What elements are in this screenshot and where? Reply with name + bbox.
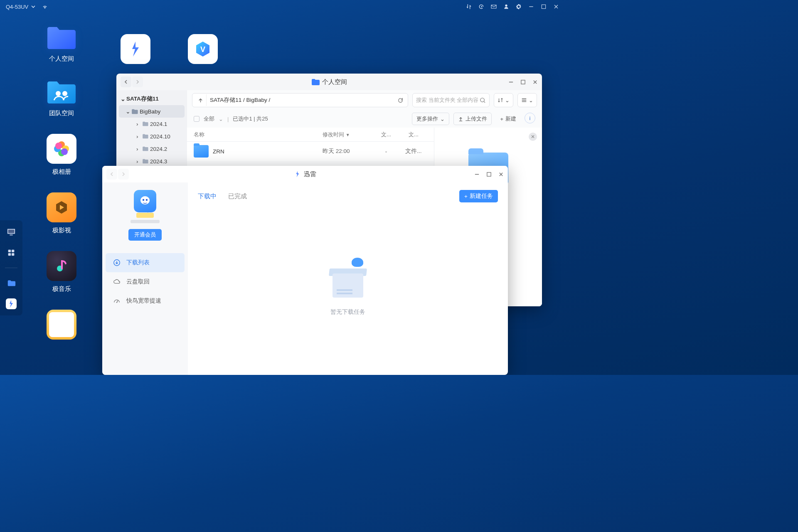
search-input[interactable]: 搜索 当前文件夹 全部内容 [412,93,490,107]
svg-point-2 [62,91,67,96]
empty-state: 暂无下载任务 [198,202,498,367]
svg-rect-15 [521,80,525,84]
close-icon[interactable] [553,3,559,10]
all-label[interactable]: 全部 [204,115,214,123]
col-name[interactable]: 名称 [194,131,323,138]
xl-username [131,220,160,223]
close-icon[interactable] [498,172,504,177]
desktop-icon-notes[interactable] [42,310,81,340]
minimize-icon[interactable] [508,79,514,85]
minimize-icon[interactable] [474,172,480,177]
desktop-icon-personal[interactable]: 个人空间 [42,25,81,63]
upload-button[interactable]: 上传文件 [453,113,492,125]
col-type[interactable]: 文... [400,131,427,138]
col-mtime[interactable]: 修改时间 ▼ [323,131,372,138]
row-name: ZRN [213,148,224,155]
svg-point-1 [56,91,61,96]
nav-up[interactable] [195,94,207,106]
breadcrumb[interactable]: SATA存储11 / BigBaby / [192,93,408,107]
svg-point-7 [55,143,62,149]
svg-text:V: V [200,45,205,54]
svg-rect-17 [487,172,491,176]
device-name: Q4-53UV [6,4,28,10]
col-size[interactable]: 文... [372,131,400,138]
desktop-icons: 个人空间 团队空间 极相册 极影视 极音乐 [42,25,81,340]
reload-icon[interactable] [395,97,405,103]
tree-root[interactable]: ⌄SATA存储11 [116,93,187,105]
dock-monitor[interactable] [5,226,17,238]
vip-tag: VIP|年 [140,212,150,217]
select-all-checkbox[interactable] [194,116,200,122]
nav-forward[interactable] [118,169,129,180]
hex-app-icon[interactable]: V [188,34,218,64]
menu-downloads[interactable]: 下载列表 [106,253,185,272]
empty-text: 暂无下载任务 [330,308,365,316]
wifi-icon[interactable] [42,3,48,10]
dock [0,220,22,315]
tree-folder-selected[interactable]: ⌄BigBaby [119,105,185,118]
nav-back[interactable] [121,76,131,87]
folder-icon [311,79,320,86]
tree-folder[interactable]: ›2024.1 [116,118,187,130]
tab-done[interactable]: 已完成 [228,192,247,200]
dock-files[interactable] [5,277,17,289]
svg-rect-13 [8,253,11,256]
vip-button[interactable]: 开通会员 [128,229,162,241]
svg-rect-11 [8,250,11,252]
video-app-icon [47,192,76,222]
notes-app-icon [47,310,76,340]
menu-speedup[interactable]: 快鸟宽带提速 [102,291,188,310]
transfer-icon[interactable] [466,3,472,10]
desktop-icon-video[interactable]: 极影视 [42,192,81,234]
nav-forward[interactable] [132,76,143,87]
more-actions-button[interactable]: 更多操作⌄ [412,113,449,125]
xunlei-app-icon[interactable] [121,34,150,64]
maximize-icon[interactable] [520,79,526,85]
minimize-icon[interactable] [528,3,534,10]
tree-folder[interactable]: ›2024.2 [116,143,187,155]
xunlei-icon [294,170,301,178]
music-app-icon [47,251,76,281]
folder-blue-icon [46,25,77,51]
desktop-icon-label: 极相册 [52,168,71,176]
dock-apps[interactable] [5,247,17,259]
xl-sidebar: VIP|年 开通会员 下载列表 云盘取回 快鸟宽带提速 [102,182,188,375]
desktop-icon-team[interactable]: 团队空间 [42,79,81,117]
view-button[interactable]: ⌄ [517,93,537,107]
user-icon[interactable] [503,3,510,10]
photos-app-icon [47,134,76,164]
svg-rect-0 [542,5,545,8]
fb-titlebar: 个人空间 [116,74,542,90]
desktop-icon-label: 团队空间 [49,109,74,117]
svg-point-16 [480,98,484,101]
sort-button[interactable]: ⌄ [494,93,513,107]
mail-icon[interactable] [490,3,497,10]
empty-illustration [325,254,371,300]
device-selector[interactable]: Q4-53UV [3,3,39,10]
nav-back[interactable] [106,169,117,180]
search-icon [480,97,486,103]
desktop-icon-photos[interactable]: 极相册 [42,134,81,176]
dock-xunlei[interactable] [5,298,17,310]
speed-icon[interactable] [478,3,485,10]
folder-icon [131,109,138,114]
close-icon[interactable] [532,79,538,85]
xl-avatar[interactable]: VIP|年 [134,190,156,212]
row-type: 文件... [400,148,427,155]
menu-cloud[interactable]: 云盘取回 [102,272,188,291]
preview-close[interactable]: ✕ [529,133,537,141]
info-button[interactable]: i [525,113,535,123]
new-task-button[interactable]: +新建任务 [459,190,498,202]
svg-point-20 [146,199,148,201]
tab-downloading[interactable]: 下载中 [198,192,217,200]
system-topbar: Q4-53UV [0,0,563,13]
desktop-icon-music[interactable]: 极音乐 [42,251,81,293]
gear-icon[interactable] [515,3,522,10]
svg-rect-14 [12,253,14,256]
svg-rect-12 [12,250,14,252]
create-button[interactable]: +新建 [496,113,520,125]
maximize-icon[interactable] [540,3,547,10]
table-row[interactable]: ZRN 昨天 22:00 - 文件... [187,142,434,161]
maximize-icon[interactable] [486,172,492,177]
tree-folder[interactable]: ›2024.10 [116,130,187,143]
